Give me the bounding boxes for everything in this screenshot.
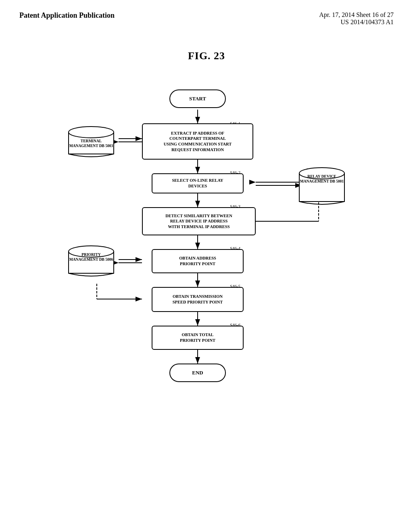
db-terminal-management: TERMINAL MANAGEMENT DB 5003 [68, 126, 115, 158]
db-priority-management: PRIORITY MANAGEMENT DB 5006 [68, 245, 115, 277]
box-select-relay: SELECT ON-LINE RELAY DEVICES [152, 173, 244, 193]
publication-label: Patent Application Publication [19, 11, 115, 20]
start-shape: START [169, 89, 226, 108]
figure-title: FIG. 23 [0, 50, 413, 62]
box-extract-ip: EXTRACT IP ADDRESS OF COUNTERPART TERMIN… [142, 123, 253, 160]
header: Patent Application Publication Apr. 17, … [0, 0, 413, 26]
db-priority-label: PRIORITY MANAGEMENT DB 5006 [68, 252, 115, 262]
diagram: START S46-1 EXTRACT IP ADDRESS OF COUNTE… [0, 66, 413, 501]
box-obtain-speed-priority: OBTAIN TRANSMISSION SPEED PRIORITY POINT [152, 287, 244, 312]
db-terminal-label: TERMINAL MANAGEMENT DB 5003 [68, 133, 115, 149]
db-relay-label: RELAY DEVICE MANAGEMENT DB 5001 [298, 174, 345, 184]
db-relay-device: RELAY DEVICE MANAGEMENT DB 5001 [298, 167, 345, 206]
end-shape: END [169, 364, 226, 382]
header-right: Apr. 17, 2014 Sheet 16 of 27 US 2014/104… [319, 11, 394, 26]
box-obtain-address-priority: OBTAIN ADDRESS PRIORITY POINT [152, 249, 244, 273]
date-sheet-label: Apr. 17, 2014 Sheet 16 of 27 [319, 11, 394, 19]
patent-number-label: US 2014/104373 A1 [319, 19, 394, 26]
box-detect-similarity: DETECT SIMILARITY BETWEEN RELAY DEVICE I… [142, 207, 256, 235]
box-obtain-total-priority: OBTAIN TOTAL PRIORITY POINT [152, 326, 244, 350]
